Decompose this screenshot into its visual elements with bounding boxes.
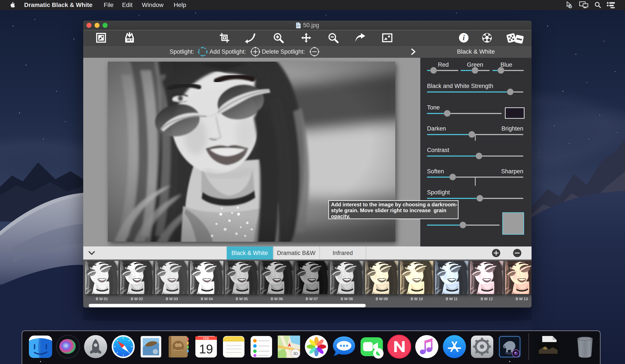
svg-text:i: i: [463, 34, 465, 42]
svg-text:Infrared: Infrared: [333, 250, 353, 256]
svg-text:Black & White: Black & White: [231, 250, 268, 256]
svg-text:Red: Red: [438, 61, 449, 68]
svg-text:19: 19: [199, 342, 213, 356]
svg-text:Darken: Darken: [427, 125, 446, 132]
svg-text:Tone: Tone: [427, 104, 440, 111]
svg-text:Dramatic B&W: Dramatic B&W: [277, 250, 315, 256]
svg-text:Spotlight: Spotlight: [427, 189, 450, 196]
svg-text:Soften: Soften: [427, 168, 444, 175]
svg-text:FEB: FEB: [203, 337, 209, 340]
svg-text:Sharpen: Sharpen: [501, 168, 523, 175]
svg-text:Spotlight:: Spotlight:: [169, 48, 194, 55]
svg-text:Delete Spotlight:: Delete Spotlight:: [262, 48, 305, 55]
svg-text:3D: 3D: [293, 352, 298, 356]
svg-text:Contrast: Contrast: [427, 147, 449, 153]
svg-text:Black and White Strength: Black and White Strength: [427, 83, 493, 89]
svg-text:Blue: Blue: [500, 61, 512, 68]
svg-text:Brighten: Brighten: [501, 125, 523, 132]
svg-text:Add Spotlight:: Add Spotlight:: [210, 48, 246, 55]
